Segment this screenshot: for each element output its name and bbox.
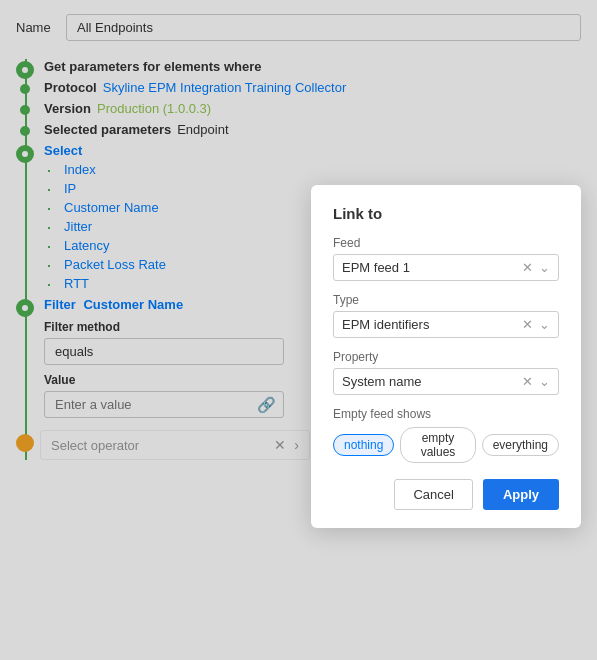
- feed-value: EPM feed 1: [342, 260, 522, 275]
- feed-option-empty-values[interactable]: empty values: [400, 427, 475, 463]
- type-chevron-icon[interactable]: ⌄: [539, 317, 550, 332]
- feed-option-everything[interactable]: everything: [482, 434, 559, 456]
- type-value: EPM identifiers: [342, 317, 522, 332]
- feed-label: Feed: [333, 236, 559, 250]
- modal-buttons: Cancel Apply: [333, 479, 559, 510]
- type-field: Type EPM identifiers ✕ ⌄: [333, 293, 559, 338]
- property-select[interactable]: System name ✕ ⌄: [333, 368, 559, 395]
- empty-feed-options: nothing empty values everything: [333, 427, 559, 463]
- feed-clear-icon[interactable]: ✕: [522, 260, 533, 275]
- type-label: Type: [333, 293, 559, 307]
- property-chevron-icon[interactable]: ⌄: [539, 374, 550, 389]
- cancel-button[interactable]: Cancel: [394, 479, 472, 510]
- feed-select[interactable]: EPM feed 1 ✕ ⌄: [333, 254, 559, 281]
- property-value: System name: [342, 374, 522, 389]
- modal-title: Link to: [333, 205, 559, 222]
- modal-overlay: Link to Feed EPM feed 1 ✕ ⌄ Type EPM ide…: [0, 0, 597, 660]
- empty-feed-label: Empty feed shows: [333, 407, 559, 421]
- type-clear-icon[interactable]: ✕: [522, 317, 533, 332]
- type-select[interactable]: EPM identifiers ✕ ⌄: [333, 311, 559, 338]
- link-to-modal: Link to Feed EPM feed 1 ✕ ⌄ Type EPM ide…: [311, 185, 581, 528]
- feed-chevron-icon[interactable]: ⌄: [539, 260, 550, 275]
- apply-button[interactable]: Apply: [483, 479, 559, 510]
- property-field: Property System name ✕ ⌄: [333, 350, 559, 395]
- feed-option-nothing[interactable]: nothing: [333, 434, 394, 456]
- property-clear-icon[interactable]: ✕: [522, 374, 533, 389]
- feed-field: Feed EPM feed 1 ✕ ⌄: [333, 236, 559, 281]
- property-label: Property: [333, 350, 559, 364]
- empty-feed-field: Empty feed shows nothing empty values ev…: [333, 407, 559, 463]
